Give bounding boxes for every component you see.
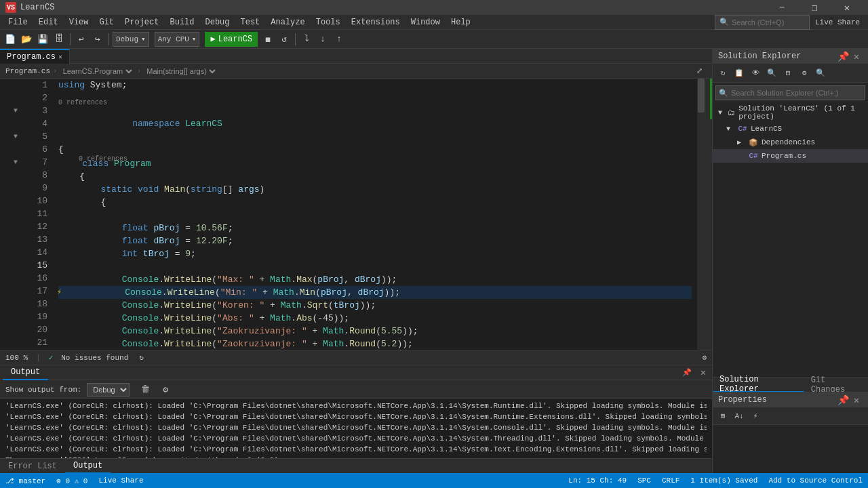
menu-window[interactable]: Window xyxy=(406,16,446,28)
se-tab-solution-explorer[interactable]: Solution Explorer xyxy=(713,378,804,392)
namespace-selector[interactable]: LearnCS.Program xyxy=(60,66,134,76)
se-pin-button[interactable]: 📌 xyxy=(837,50,849,62)
menu-extensions[interactable]: Extensions xyxy=(346,16,406,28)
code-line-16: Console.WriteLine("Koren: " + Math.Sqrt(… xyxy=(58,299,692,312)
tab-program-cs[interactable]: Program.cs ✕ xyxy=(0,49,70,64)
toolbar-open[interactable]: 📂 xyxy=(19,32,34,47)
start-debug-button[interactable]: ▶ LearnCS xyxy=(205,32,258,47)
se-search-button[interactable]: 🔍 xyxy=(813,66,828,81)
method-selector[interactable]: Main(string[] args) xyxy=(144,66,218,76)
filter-icon[interactable]: ⚙ xyxy=(702,353,707,362)
nav-sep: › xyxy=(53,67,58,75)
line-num-20: 20 xyxy=(20,323,47,336)
menu-file[interactable]: File xyxy=(3,16,33,28)
fold-line-7[interactable]: ▼ xyxy=(11,156,20,169)
se-settings-button[interactable]: ⚙ xyxy=(797,66,812,81)
output-tab-output[interactable]: Output xyxy=(3,365,48,380)
add-to-source[interactable]: Add to Source Control xyxy=(768,476,863,485)
tab-output[interactable]: Output xyxy=(65,459,111,474)
code-line-17: Console.WriteLine("Abs: " + Math.Abs(-45… xyxy=(58,312,692,325)
menu-tools[interactable]: Tools xyxy=(311,16,346,28)
title-bar-controls: − ❒ ✕ xyxy=(766,0,863,15)
menu-debug[interactable]: Debug xyxy=(199,16,235,28)
props-alpha-button[interactable]: A↓ xyxy=(732,409,747,424)
line-num-5: 5 xyxy=(20,130,47,143)
se-sync-button[interactable]: ↻ xyxy=(715,66,730,81)
fold-line-3[interactable]: ▼ xyxy=(11,104,20,117)
bottom-tabs: Error List Output xyxy=(0,458,712,473)
toolbar-restart[interactable]: ↺ xyxy=(277,32,292,47)
menu-build[interactable]: Build xyxy=(164,16,199,28)
live-share-button[interactable]: Live Share xyxy=(810,18,865,26)
debug-config-dropdown[interactable]: Debug ▾ xyxy=(113,32,149,47)
fold-line-5[interactable]: ▼ xyxy=(11,130,20,143)
scroll-thumb[interactable] xyxy=(698,79,705,113)
code-area[interactable]: using System; 0 references namespace Lea… xyxy=(53,79,697,350)
tree-project[interactable]: ▼ C# LearnCS xyxy=(713,122,868,136)
menu-project[interactable]: Project xyxy=(119,16,164,28)
tab-error-list[interactable]: Error List xyxy=(0,459,65,474)
props-close-button[interactable]: ✕ xyxy=(850,394,863,406)
toolbar-step-over[interactable]: ⤵ xyxy=(299,32,314,47)
toolbar-save[interactable]: 💾 xyxy=(35,32,50,47)
toolbar-undo[interactable]: ↩ xyxy=(74,32,89,47)
toolbar-new[interactable]: 📄 xyxy=(3,32,18,47)
output-close-button[interactable]: ✕ xyxy=(697,367,709,379)
output-line-2: 'LearnCS.exe' (CoreCLR: clrhost): Loaded… xyxy=(5,411,707,422)
close-button[interactable]: ✕ xyxy=(831,0,863,15)
props-cat-button[interactable]: ⊞ xyxy=(715,409,730,424)
se-filter-button[interactable]: 🔍 xyxy=(764,66,779,81)
tab-bar: Program.cs ✕ xyxy=(0,49,712,64)
tab-close-icon[interactable]: ✕ xyxy=(58,53,62,61)
tree-solution[interactable]: ▼ 🗂 Solution 'LearnCS' (1 of 1 project) xyxy=(713,103,868,122)
issues-refresh-icon[interactable]: ↻ xyxy=(139,353,144,362)
minimize-button[interactable]: − xyxy=(766,0,797,15)
debug-config-label: Debug xyxy=(116,35,138,43)
search-input[interactable] xyxy=(732,18,800,26)
platform-dropdown[interactable]: Any CPU ▾ xyxy=(155,32,200,47)
toolbar-step-out[interactable]: ↑ xyxy=(332,32,347,47)
se-search-input[interactable] xyxy=(731,89,862,97)
menu-help[interactable]: Help xyxy=(446,16,476,28)
toolbar-sep-2 xyxy=(108,33,109,45)
menu-analyze[interactable]: Analyze xyxy=(265,16,310,28)
menu-test[interactable]: Test xyxy=(235,16,266,28)
restore-button[interactable]: ❒ xyxy=(799,0,830,15)
menu-git[interactable]: Git xyxy=(94,16,119,28)
output-filter-button[interactable]: ⚙ xyxy=(158,382,173,397)
output-clear-button[interactable]: 🗑 xyxy=(138,382,153,397)
props-events-button[interactable]: ⚡ xyxy=(748,409,763,424)
toolbar-step-into[interactable]: ↓ xyxy=(315,32,330,47)
output-source-selector[interactable]: Debug xyxy=(87,383,130,396)
menu-edit[interactable]: Edit xyxy=(33,16,64,28)
line-num-7: 7 xyxy=(20,156,47,169)
line-num-14: 14 xyxy=(20,246,47,259)
props-pin-button[interactable]: 📌 xyxy=(837,394,849,406)
editor-scrollbar[interactable] xyxy=(697,79,712,350)
zoom-level[interactable]: 100 % xyxy=(5,354,28,362)
title-bar-left: VS LearnCS xyxy=(5,2,54,13)
toolbar-save-all[interactable]: 🗄 xyxy=(52,32,66,47)
menu-view[interactable]: View xyxy=(64,16,94,28)
git-branch[interactable]: ⎇ master xyxy=(5,476,45,485)
se-tab-git-changes[interactable]: Git Changes xyxy=(804,378,868,392)
toolbar-debug-stop[interactable]: ◼ xyxy=(260,32,275,47)
output-pin-button[interactable]: 📌 xyxy=(679,365,694,380)
line-num-8: 8 xyxy=(20,169,47,182)
search-icon: 🔍 xyxy=(719,18,729,26)
toolbar-redo[interactable]: ↪ xyxy=(90,32,105,47)
solution-explorer-search[interactable]: 🔍 xyxy=(715,85,865,100)
items-saved: 1 Item(s) Saved xyxy=(690,476,757,485)
expand-editor-button[interactable]: ⤢ xyxy=(692,64,707,79)
main-search[interactable]: 🔍 xyxy=(715,15,810,30)
se-close-button[interactable]: ✕ xyxy=(850,50,863,62)
live-share-status[interactable]: Live Share xyxy=(98,476,143,485)
se-show-all-button[interactable]: 👁 xyxy=(748,66,763,81)
project-icon: C# xyxy=(737,123,748,134)
se-properties-button[interactable]: 📋 xyxy=(732,66,747,81)
status-errors[interactable]: ⊗ 0 ⚠ 0 xyxy=(56,476,87,485)
output-panel-controls: 📌 ✕ xyxy=(679,365,709,380)
se-collapse-button[interactable]: ⊟ xyxy=(781,66,795,81)
tree-program-cs[interactable]: C# Program.cs xyxy=(713,149,868,163)
tree-dependencies[interactable]: ▶ 📦 Dependencies xyxy=(713,136,868,149)
